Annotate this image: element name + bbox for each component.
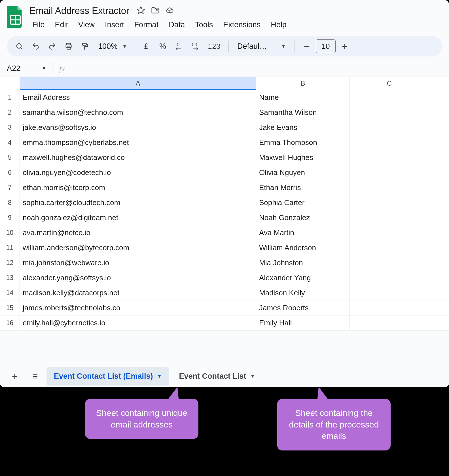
cell[interactable] — [429, 255, 449, 270]
row-header[interactable]: 6 — [0, 165, 20, 180]
cell[interactable] — [350, 195, 429, 210]
menu-edit[interactable]: Edit — [50, 19, 73, 31]
menu-view[interactable]: View — [74, 19, 99, 31]
cell[interactable]: Madison Kelly — [256, 285, 350, 300]
cell[interactable] — [429, 315, 449, 330]
cell[interactable]: Samantha Wilson — [256, 105, 350, 120]
cell[interactable]: Emma Thompson — [256, 135, 350, 150]
cell[interactable]: Mia Johnston — [256, 255, 350, 270]
cell[interactable]: Alexander Yang — [256, 270, 350, 285]
name-box[interactable]: A22 ▼ — [7, 64, 52, 73]
menu-insert[interactable]: Insert — [100, 19, 129, 31]
cell[interactable]: maxwell.hughes@dataworld.co — [20, 150, 256, 165]
cell[interactable] — [429, 90, 449, 105]
search-icon[interactable] — [12, 39, 27, 54]
row-header[interactable]: 2 — [0, 105, 20, 120]
cell[interactable] — [350, 90, 429, 105]
cell[interactable]: Emily Hall — [256, 315, 350, 330]
cell[interactable] — [350, 240, 429, 255]
cell[interactable]: mia.johnston@webware.io — [20, 255, 256, 270]
menu-extensions[interactable]: Extensions — [219, 19, 265, 31]
menu-tools[interactable]: Tools — [190, 19, 217, 31]
cell[interactable] — [429, 135, 449, 150]
sheet-tab-active[interactable]: Event Contact List (Emails) ▼ — [46, 367, 169, 386]
sheet-tab[interactable]: Event Contact List ▼ — [171, 367, 262, 386]
increase-decimal-button[interactable]: .00 — [188, 39, 203, 54]
menu-file[interactable]: File — [28, 19, 49, 31]
cell[interactable]: Maxwell Hughes — [256, 150, 350, 165]
row-header[interactable]: 1 — [0, 90, 20, 105]
cell[interactable] — [350, 105, 429, 120]
cell[interactable] — [350, 135, 429, 150]
cell[interactable]: Jake Evans — [256, 120, 350, 135]
cell[interactable] — [350, 300, 429, 315]
cell[interactable]: olivia.nguyen@codetech.io — [20, 165, 256, 180]
cell[interactable] — [350, 150, 429, 165]
cell[interactable] — [350, 180, 429, 195]
decrease-font-size-button[interactable]: − — [299, 39, 314, 54]
currency-button[interactable]: £ — [139, 39, 154, 54]
cell[interactable] — [429, 300, 449, 315]
cell[interactable]: madison.kelly@datacorps.net — [20, 285, 256, 300]
cell[interactable] — [350, 120, 429, 135]
decrease-decimal-button[interactable]: .0 — [172, 39, 187, 54]
cell[interactable]: James Roberts — [256, 300, 350, 315]
menu-data[interactable]: Data — [164, 19, 189, 31]
cell[interactable]: ethan.morris@itcorp.com — [20, 180, 256, 195]
cell[interactable]: alexander.yang@softsys.io — [20, 270, 256, 285]
cell[interactable]: samantha.wilson@techno.com — [20, 105, 256, 120]
cell[interactable] — [429, 225, 449, 240]
cell[interactable]: Email Address — [20, 90, 256, 105]
print-icon[interactable] — [61, 39, 76, 54]
cell[interactable]: noah.gonzalez@digiteam.net — [20, 210, 256, 225]
cell[interactable] — [429, 180, 449, 195]
cell[interactable]: Sophia Carter — [256, 195, 350, 210]
cell[interactable] — [350, 255, 429, 270]
cell[interactable]: Olivia Nguyen — [256, 165, 350, 180]
all-sheets-button[interactable]: ≡ — [26, 368, 44, 385]
cell[interactable]: William Anderson — [256, 240, 350, 255]
row-header[interactable]: 5 — [0, 150, 20, 165]
cell[interactable] — [429, 270, 449, 285]
cell[interactable] — [350, 210, 429, 225]
cell[interactable]: ava.martin@netco.io — [20, 225, 256, 240]
cell[interactable] — [350, 225, 429, 240]
cell[interactable] — [350, 270, 429, 285]
cell[interactable] — [350, 315, 429, 330]
row-header[interactable]: 9 — [0, 210, 20, 225]
cell[interactable] — [429, 285, 449, 300]
row-header[interactable]: 13 — [0, 270, 20, 285]
cell[interactable]: emma.thompson@cyberlabs.net — [20, 135, 256, 150]
cell[interactable]: Name — [256, 90, 350, 105]
cloud-status-icon[interactable] — [165, 6, 174, 16]
cell[interactable]: william.anderson@bytecorp.com — [20, 240, 256, 255]
cell[interactable] — [350, 285, 429, 300]
font-size-input[interactable]: 10 — [316, 39, 336, 53]
cell[interactable]: jake.evans@softsys.io — [20, 120, 256, 135]
cell[interactable] — [429, 195, 449, 210]
cell[interactable] — [429, 105, 449, 120]
undo-icon[interactable] — [28, 39, 43, 54]
row-header[interactable]: 11 — [0, 240, 20, 255]
redo-icon[interactable] — [45, 39, 60, 54]
cell[interactable] — [429, 120, 449, 135]
row-header[interactable]: 14 — [0, 285, 20, 300]
cell[interactable]: Noah Gonzalez — [256, 210, 350, 225]
move-icon[interactable] — [151, 6, 159, 16]
star-icon[interactable] — [137, 6, 145, 16]
row-header[interactable]: 3 — [0, 120, 20, 135]
cell[interactable]: Ava Martin — [256, 225, 350, 240]
increase-font-size-button[interactable]: + — [337, 39, 352, 54]
document-title[interactable]: Email Address Extractor — [28, 5, 131, 17]
row-header[interactable]: 8 — [0, 195, 20, 210]
number-format-button[interactable]: 123 — [205, 39, 224, 54]
column-header-b[interactable]: B — [256, 77, 350, 90]
cell[interactable] — [350, 165, 429, 180]
row-header[interactable]: 7 — [0, 180, 20, 195]
menu-help[interactable]: Help — [266, 19, 291, 31]
select-all-corner[interactable] — [0, 77, 20, 90]
percent-button[interactable]: % — [155, 39, 170, 54]
row-header[interactable]: 16 — [0, 315, 20, 330]
cell[interactable] — [429, 165, 449, 180]
menu-format[interactable]: Format — [130, 19, 163, 31]
